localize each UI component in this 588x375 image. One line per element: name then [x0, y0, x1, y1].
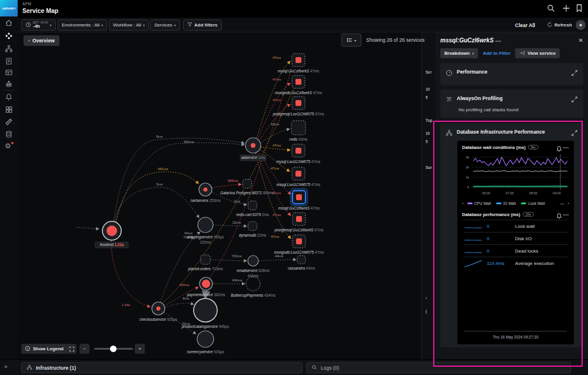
workflow-filter[interactable]: Workflow : All▾ [109, 19, 149, 31]
overflow-menu-icon[interactable]: ••• [495, 39, 501, 43]
svg-text:ButtercupPayments 434ms: ButtercupPayments 434ms [231, 293, 275, 298]
fit-to-screen-button[interactable] [67, 344, 77, 354]
home-icon[interactable] [5, 19, 13, 27]
overflow-menu-icon[interactable]: ••• [563, 145, 569, 150]
map-layout-dropdown[interactable]: ▾ [341, 34, 361, 47]
expand-icon[interactable] [571, 95, 578, 102]
app-window: splunk> ⚙ APM Service Map EDT -04:00-4h … [0, 0, 588, 375]
node-redis-cart:6379[interactable]: redis-cart:6379 2ms [236, 201, 269, 217]
node-mssql:LsvGChW075[interactable]: mssql:LsvGChW075 47ms [277, 167, 321, 187]
show-legend-button[interactable]: Show Legend [21, 344, 67, 354]
svg-text:checkoutservice 926μs: checkoutservice 926μs [139, 317, 177, 322]
legend-item[interactable]: Lock Wait [521, 201, 544, 205]
legend-next-icon[interactable]: › [567, 201, 569, 206]
bookmark-icon[interactable] [574, 4, 584, 13]
series-other-wait [473, 171, 567, 172]
node-postgresql:GuCzl6wrkS[interactable]: postgresql:GuCzl6wrkS 47ms [274, 213, 324, 233]
perf-label: Disk I/O [515, 236, 568, 241]
view-service-icon [519, 50, 525, 57]
bell-icon[interactable] [556, 144, 561, 150]
svg-text:47ms: 47ms [273, 144, 281, 147]
node-currencyservice[interactable]: currencyservice 915μs [187, 331, 224, 354]
clear-all-button[interactable]: Clear All [515, 22, 535, 28]
log-observer-icon[interactable] [5, 57, 13, 65]
breadcrumb: APM [22, 2, 31, 6]
db-perf-title: Database performance (ms) [462, 212, 520, 217]
svg-text:434ms: 434ms [232, 278, 242, 282]
hidden-panel-fragment: Sur [426, 165, 432, 170]
overflow-menu-icon[interactable]: ••• [563, 213, 569, 217]
service-map-canvas[interactable]: 8ms552ms651ms5ms869ms2ms22ms703ms44ms434… [18, 32, 422, 359]
services-filter[interactable]: Services▾ [150, 19, 180, 31]
db-charts-panel: Database wait conditions (ms) 5m ••• 3s2… [457, 141, 574, 344]
zoom-in-button[interactable]: + [135, 344, 145, 354]
node-redis[interactable]: redis 43ms [290, 121, 308, 141]
node-mssql:GuCzl6wrkS[interactable]: mssql:GuCzl6wrkS 47ms [278, 189, 320, 211]
expand-double-chevron-icon[interactable]: » [4, 363, 8, 370]
create-plus-icon[interactable] [562, 4, 571, 13]
search-icon[interactable] [546, 4, 556, 13]
node-cassandra[interactable]: cassandra 44ms [288, 255, 315, 270]
perf-row-disk-i-o: 0Disk I/O [463, 232, 568, 244]
performance-card[interactable]: Performance [440, 63, 583, 85]
expand-icon[interactable] [571, 68, 578, 75]
node-frontend[interactable]: frontend 1.21s [95, 221, 128, 248]
bottom-bar: » Infrastructure (1) Logs (0) [0, 359, 588, 375]
node-paymentservice[interactable]: paymentservice 362ms [187, 277, 225, 297]
svg-text:redis 43ms: redis 43ms [290, 137, 308, 141]
node-adservice[interactable]: adservice 1ms [240, 138, 266, 161]
breakdown-dropdown[interactable]: Breakdown▾ [440, 48, 478, 58]
legend-prev-icon[interactable]: ‹ [462, 201, 464, 206]
perf-label: Average execution [515, 261, 568, 266]
db-infrastructure-card[interactable]: Database Infrastructure Performance Data… [440, 123, 583, 347]
node-cartservice[interactable]: cartservice 253ms [190, 183, 220, 203]
time-picker[interactable]: EDT -04:00-4h ▾ [21, 19, 56, 31]
alerts-bell-icon[interactable] [5, 93, 13, 101]
view-service-button[interactable]: View service [515, 48, 560, 58]
zoom-slider-thumb[interactable] [110, 346, 117, 352]
alwayson-profiling-card[interactable]: AlwaysOn Profiling No profiling call sta… [440, 89, 583, 118]
node-mongodb:GuCzl6wrkS[interactable]: mongodb:GuCzl6wrkS 47ms [275, 75, 322, 95]
infrastructure-tab[interactable]: Infrastructure (1) [21, 362, 303, 373]
svg-text:cassandra 44ms: cassandra 44ms [288, 266, 315, 270]
node-mongodb:LsvGChW075[interactable]: mongodb:LsvGChW075 47ms [274, 235, 324, 255]
svg-text:paymentservice 362ms: paymentservice 362ms [187, 293, 225, 297]
svg-text:adservice 1ms: adservice 1ms [241, 155, 265, 160]
refresh-button[interactable]: Refresh [543, 19, 576, 31]
database-icon[interactable] [5, 130, 13, 138]
legend-item[interactable]: IO Wait [496, 201, 516, 205]
zoom-slider[interactable] [94, 348, 133, 350]
node-shippingservice[interactable]: shippingservice 965μs102ms [187, 217, 224, 244]
environments-filter[interactable]: Environments : All▾ [58, 19, 107, 31]
close-icon[interactable]: ✕ [579, 37, 583, 44]
dashboards-icon[interactable] [5, 68, 13, 77]
wait-chart-interval-badge: 5m [528, 145, 539, 150]
perf-value: 0 [487, 236, 515, 241]
node-mysql:GuCzl6wrkS[interactable]: mysql:GuCzl6wrkS 47ms [278, 54, 319, 74]
hidden-panel-sliver: Ser105Top105Sur‹( [422, 32, 436, 359]
add-to-filter-link[interactable]: Add to Filter [483, 51, 510, 56]
node-placed-orders[interactable]: placed-orders 703ms [187, 255, 222, 271]
add-filters-button[interactable]: Add filters [183, 19, 222, 31]
hidden-panel-fragment: 10 [426, 131, 430, 135]
ai-assistant-button[interactable]: ✦ [576, 20, 586, 30]
legend-item[interactable]: CPU Wait [467, 201, 491, 205]
integrations-grid-icon[interactable] [5, 105, 13, 114]
splunk-logo[interactable]: splunk> [0, 0, 18, 16]
apm-topology-icon[interactable] [5, 45, 13, 53]
assistant-bot-icon[interactable] [5, 80, 13, 88]
bell-icon[interactable] [556, 211, 561, 217]
expand-icon[interactable] [571, 128, 578, 135]
node-checkoutservice[interactable]: checkoutservice 926μs [139, 302, 177, 322]
svg-text:47ms: 47ms [273, 78, 281, 81]
svg-text:shippingservice 965μs: shippingservice 965μs [187, 235, 224, 240]
metrics-ruler-icon[interactable] [5, 118, 13, 126]
zoom-out-button[interactable]: − [79, 344, 89, 354]
overview-button[interactable]: ‹Overview [24, 35, 59, 46]
node-emailservice[interactable]: emailservice 628ms406ms [237, 255, 270, 278]
node-dynamodb[interactable]: dynamodb 22ms [239, 222, 267, 238]
node-mysql:LsvGChW075[interactable]: mysql:LsvGChW075 47ms [277, 144, 321, 164]
service-map-icon[interactable] [5, 32, 13, 40]
svg-text:869ms: 869ms [228, 179, 238, 182]
logs-tab[interactable]: Logs (0) [306, 362, 571, 373]
